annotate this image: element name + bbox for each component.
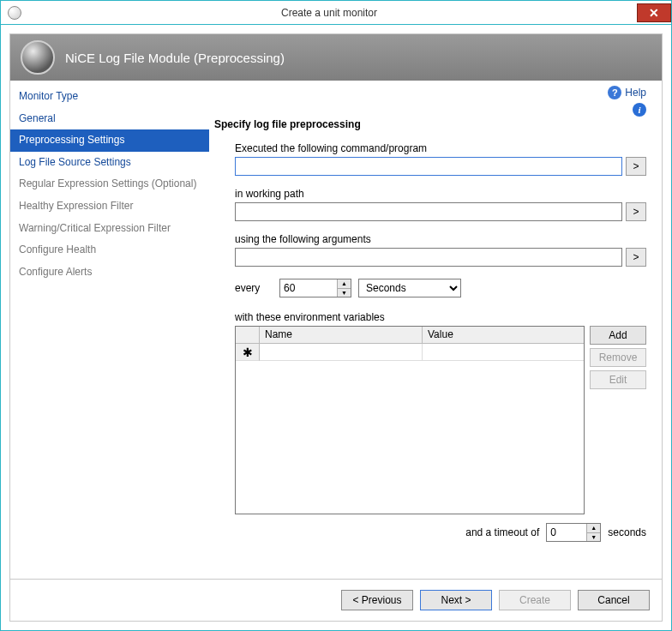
section-title: Specify log file preprocessing [214, 118, 646, 130]
sidebar-item-general[interactable]: General [10, 108, 209, 130]
sidebar-item-healthy-filter: Healthy Expression Filter [10, 195, 209, 218]
form-area: Executed the following command/program >… [214, 142, 646, 542]
create-button: Create [499, 590, 571, 610]
grid-newrow-icon: ✱ [236, 344, 260, 361]
grid-col-name[interactable]: Name [260, 327, 423, 344]
interval-spin-down[interactable]: ▼ [338, 289, 351, 297]
content-panel: ? Help i Specify log file preprocessing … [209, 81, 662, 579]
help-icon: ? [608, 86, 621, 99]
info-icon[interactable]: i [633, 103, 646, 117]
grid-col-value[interactable]: Value [423, 327, 584, 344]
grid-newrow[interactable]: ✱ [236, 344, 584, 361]
header-title: NiCE Log File Module (Preprocessing) [65, 51, 285, 65]
args-input[interactable] [235, 248, 622, 267]
path-label: in working path [235, 188, 646, 200]
interval-spin-up[interactable]: ▲ [338, 279, 351, 289]
timeout-input[interactable] [547, 524, 586, 541]
sidebar-item-regex: Regular Expression Settings (Optional) [10, 173, 209, 195]
wizard-window: Create a unit monitor ✕ NiCE Log File Mo… [0, 0, 672, 631]
cancel-button[interactable]: Cancel [578, 590, 650, 610]
command-label: Executed the following command/program [235, 142, 646, 154]
sidebar-item-configure-alerts: Configure Alerts [10, 261, 209, 284]
env-grid[interactable]: Name Value ✱ [235, 326, 585, 514]
body: Monitor Type General Preprocessing Setti… [10, 81, 662, 579]
grid-header: Name Value [236, 327, 584, 344]
grid-newrow-name[interactable] [260, 344, 423, 361]
sidebar-item-monitor-type[interactable]: Monitor Type [10, 86, 209, 108]
timeout-spin-up[interactable]: ▲ [587, 524, 600, 533]
window-title: Create a unit monitor [21, 7, 637, 19]
sidebar-item-logfile-source[interactable]: Log File Source Settings [10, 152, 209, 174]
interval-label: every [235, 282, 273, 294]
header-icon [21, 40, 55, 75]
app-icon [8, 6, 21, 20]
close-button[interactable]: ✕ [637, 3, 671, 22]
grid-col-rowheader [236, 327, 260, 344]
timeout-prefix: and a timeout of [465, 526, 539, 538]
sidebar-item-configure-health: Configure Health [10, 239, 209, 261]
args-label: using the following arguments [235, 233, 646, 245]
timeout-spinner[interactable]: ▲ ▼ [546, 523, 601, 542]
env-remove-button: Remove [590, 348, 646, 367]
inner-frame: NiCE Log File Module (Preprocessing) Mon… [9, 33, 663, 622]
path-input[interactable] [235, 202, 622, 221]
grid-newrow-value[interactable] [423, 344, 584, 361]
args-browse-button[interactable]: > [626, 248, 646, 267]
wizard-footer: < Previous Next > Create Cancel [10, 579, 662, 621]
interval-spinner[interactable]: ▲ ▼ [279, 279, 351, 297]
sidebar-item-warning-filter: Warning/Critical Expression Filter [10, 218, 209, 240]
interval-unit-select[interactable]: Seconds [358, 279, 461, 297]
help-link[interactable]: Help [625, 87, 646, 99]
timeout-spin-down[interactable]: ▼ [587, 533, 600, 542]
sidebar: Monitor Type General Preprocessing Setti… [10, 81, 209, 579]
path-browse-button[interactable]: > [626, 202, 646, 221]
command-input[interactable] [235, 157, 622, 176]
sidebar-item-preprocessing[interactable]: Preprocessing Settings [10, 129, 209, 152]
env-label: with these environment variables [235, 311, 646, 323]
previous-button[interactable]: < Previous [341, 590, 413, 610]
titlebar: Create a unit monitor ✕ [1, 1, 671, 25]
grid-body [236, 361, 584, 514]
header-band: NiCE Log File Module (Preprocessing) [10, 34, 662, 81]
env-add-button[interactable]: Add [590, 326, 646, 345]
timeout-suffix: seconds [608, 526, 646, 538]
interval-input[interactable] [280, 279, 337, 297]
command-browse-button[interactable]: > [626, 157, 646, 176]
env-edit-button: Edit [590, 370, 646, 389]
next-button[interactable]: Next > [420, 590, 492, 610]
